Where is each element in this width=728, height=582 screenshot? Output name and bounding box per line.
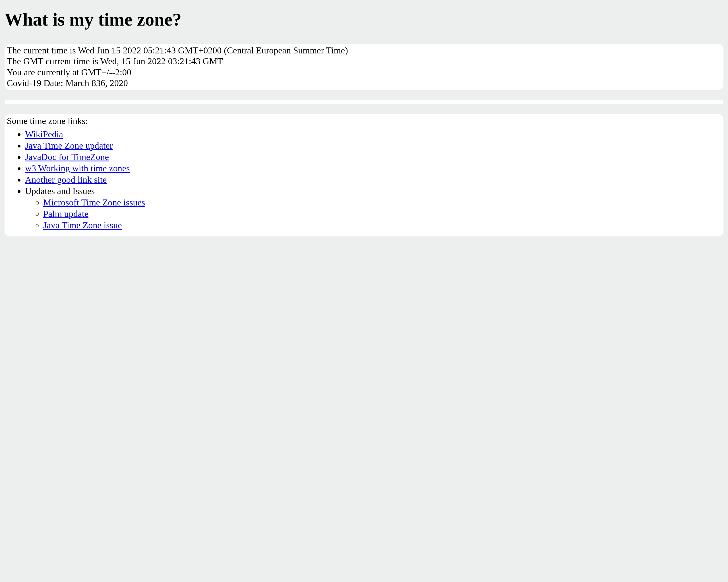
list-item: Java Time Zone issue [43,219,721,231]
links-intro-text: Some time zone links: [7,115,721,126]
list-item: Microsoft Time Zone issues [43,197,721,208]
list-item: w3 Working with time zones [25,163,721,174]
list-item-updates: Updates and Issues Microsoft Time Zone i… [25,185,721,231]
link-javadoc-timezone[interactable]: JavaDoc for TimeZone [25,152,109,162]
link-w3-timezones[interactable]: w3 Working with time zones [25,163,130,173]
updates-label: Updates and Issues [25,186,95,196]
link-microsoft-tz-issues[interactable]: Microsoft Time Zone issues [43,197,145,207]
link-java-tz-issue[interactable]: Java Time Zone issue [43,220,122,230]
list-item: Another good link site [25,174,721,185]
links-list: WikiPedia Java Time Zone updater JavaDoc… [7,129,721,231]
covid-date-text: Covid-19 Date: March 836, 2020 [7,78,721,88]
list-item: Palm update [43,208,721,219]
gmt-time-text: The GMT current time is Wed, 15 Jun 2022… [7,56,721,66]
time-info-card: The current time is Wed Jun 15 2022 05:2… [4,44,724,90]
list-item: WikiPedia [25,129,721,140]
current-time-text: The current time is Wed Jun 15 2022 05:2… [7,45,721,56]
offset-text: You are currently at GMT+/--2:00 [7,67,721,78]
link-java-tz-updater[interactable]: Java Time Zone updater [25,140,113,150]
links-card: Some time zone links: WikiPedia Java Tim… [4,114,724,237]
empty-card [4,100,724,104]
link-another-site[interactable]: Another good link site [25,174,107,185]
link-palm-update[interactable]: Palm update [43,209,88,219]
list-item: JavaDoc for TimeZone [25,151,721,163]
link-wikipedia[interactable]: WikiPedia [25,129,63,139]
list-item: Java Time Zone updater [25,140,721,151]
sub-links-list: Microsoft Time Zone issues Palm update J… [25,197,721,231]
page-title: What is my time zone? [4,9,724,30]
